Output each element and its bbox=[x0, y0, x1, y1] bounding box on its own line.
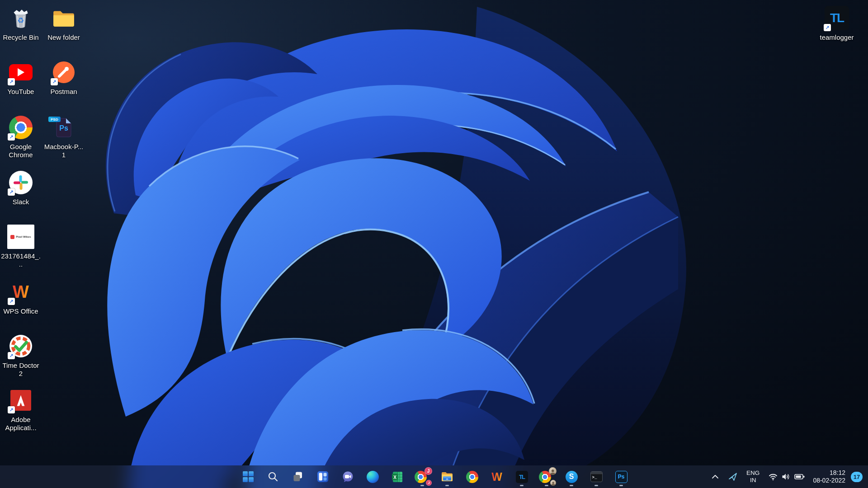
shortcut-arrow-icon: ↗ bbox=[8, 133, 15, 141]
chevron-up-icon bbox=[710, 472, 720, 482]
pixel-wibes-logo bbox=[10, 235, 14, 239]
chrome-profile-photo-button[interactable] bbox=[536, 466, 557, 487]
teamlogger-icon: TL ↗ bbox=[823, 5, 850, 32]
shortcut-arrow-icon: ↗ bbox=[824, 24, 831, 31]
wps-office-button[interactable]: W bbox=[486, 466, 507, 487]
language-indicator[interactable]: ENG IN bbox=[744, 469, 762, 483]
shortcut-arrow-icon: ↗ bbox=[8, 78, 15, 85]
teamlogger-button[interactable]: TL bbox=[511, 466, 532, 487]
slack-icon: ↗ bbox=[7, 169, 34, 196]
task-view-button[interactable] bbox=[288, 466, 308, 487]
language-line1: ENG bbox=[746, 469, 760, 477]
chrome-button[interactable] bbox=[462, 466, 482, 487]
start-button[interactable] bbox=[238, 466, 259, 487]
chrome-profile-j-button[interactable]: J J bbox=[412, 466, 433, 487]
desktop-icon-label: Adobe Applicati... bbox=[1, 416, 41, 432]
profile-avatar-small bbox=[550, 480, 556, 486]
windows-logo-icon bbox=[242, 471, 254, 483]
desktop-icon-new-folder[interactable]: ↗ New folder bbox=[44, 5, 84, 42]
photoshop-button[interactable]: Ps bbox=[611, 466, 632, 487]
desktop-icon-adobe[interactable]: ↗ Adobe Applicati... bbox=[1, 387, 41, 432]
system-tray: ENG IN bbox=[708, 465, 868, 488]
file-explorer-button[interactable] bbox=[437, 466, 458, 487]
desktop-icon-label: Macbook-P... 1 bbox=[44, 143, 84, 160]
edge-button[interactable] bbox=[362, 466, 383, 487]
photoshop-file-icon: Ps PSD bbox=[50, 114, 77, 141]
tray-overflow-chevron[interactable] bbox=[708, 471, 722, 483]
terminal-icon: >_ bbox=[590, 471, 603, 482]
skype-button[interactable]: S bbox=[561, 466, 582, 487]
desktop-icon-label: WPS Office bbox=[3, 307, 38, 315]
taskbar-center-icons: X J J bbox=[238, 465, 632, 488]
chat-button[interactable] bbox=[337, 466, 358, 487]
desktop-icon-teamlogger[interactable]: TL ↗ teamlogger bbox=[817, 5, 857, 42]
wps-icon: W bbox=[491, 471, 502, 483]
ps-glyph: Ps bbox=[59, 124, 68, 132]
notification-count-badge[interactable]: 17 bbox=[851, 472, 863, 482]
folder-icon: ↗ bbox=[50, 5, 77, 32]
task-view-icon bbox=[292, 471, 304, 483]
desktop-icon-youtube[interactable]: ↗ YouTube bbox=[1, 59, 41, 96]
desktop-icon-wps-office[interactable]: W ↗ WPS Office bbox=[1, 278, 41, 315]
svg-text:♻: ♻ bbox=[18, 16, 24, 25]
photoshop-icon: Ps bbox=[615, 471, 627, 483]
file-explorer-icon bbox=[441, 471, 453, 483]
tray-date: 08-02-2022 bbox=[813, 477, 845, 485]
desktop-icon-recycle-bin[interactable]: ♻ ↗ Recycle Bin bbox=[1, 5, 41, 42]
postman-icon: ↗ bbox=[50, 59, 77, 86]
paper-plane-icon bbox=[727, 471, 738, 482]
wps-office-icon: W ↗ bbox=[7, 278, 34, 305]
desktop-icon-label: Postman bbox=[50, 88, 77, 96]
tray-app-button[interactable] bbox=[726, 470, 740, 483]
desktop-icon-postman[interactable]: ↗ Postman bbox=[44, 59, 84, 96]
youtube-icon: ↗ bbox=[7, 59, 34, 86]
search-button[interactable] bbox=[263, 466, 283, 487]
widgets-button[interactable] bbox=[312, 466, 333, 487]
volume-icon bbox=[781, 471, 792, 482]
desktop-icon-label: Recycle Bin bbox=[3, 33, 38, 42]
desktop-icon-macbook-psd[interactable]: Ps PSD Macbook-P... 1 bbox=[44, 114, 84, 160]
desktop-icon-slack[interactable]: ↗ Slack bbox=[1, 169, 41, 206]
time-doctor-icon: ↗ bbox=[7, 333, 34, 360]
desktop-icon-label: Google Chrome bbox=[1, 143, 41, 160]
profile-badge-j: J bbox=[425, 467, 432, 475]
wifi-icon bbox=[768, 471, 778, 482]
desktop-icon-label: 231761484_... bbox=[1, 252, 41, 269]
excel-icon: X bbox=[392, 471, 404, 483]
chrome-icon bbox=[466, 471, 478, 483]
terminal-button[interactable]: >_ bbox=[586, 466, 607, 487]
desktop-icon-image-file[interactable]: Pixel Wibes ↗ 231761484_... bbox=[1, 223, 41, 269]
skype-icon: S bbox=[566, 471, 578, 483]
shortcut-arrow-icon: ↗ bbox=[8, 188, 15, 196]
chat-icon bbox=[342, 471, 354, 483]
chrome-icon: ↗ bbox=[7, 114, 34, 141]
svg-text:X: X bbox=[393, 475, 396, 480]
shortcut-arrow-icon: ↗ bbox=[8, 406, 15, 413]
battery-icon bbox=[794, 471, 806, 482]
shortcut-arrow-icon: ↗ bbox=[51, 78, 58, 85]
taskbar: X J J bbox=[0, 465, 868, 488]
clock[interactable]: 18:12 08-02-2022 bbox=[811, 469, 847, 485]
teamlogger-icon: TL bbox=[516, 471, 528, 483]
desktop-icon-google-chrome[interactable]: ↗ Google Chrome bbox=[1, 114, 41, 160]
shortcut-arrow-icon: ↗ bbox=[8, 352, 15, 359]
desktop-icon-label: teamlogger bbox=[820, 33, 854, 42]
windows-desktop: ♻ ↗ Recycle Bin ↗ New folder ↗ YouTube bbox=[0, 0, 868, 488]
shortcut-arrow-icon: ↗ bbox=[8, 298, 15, 305]
psd-badge: PSD bbox=[48, 117, 61, 122]
image-thumbnail: Pixel Wibes ↗ bbox=[7, 223, 34, 250]
desktop-icon-label: Time Doctor 2 bbox=[1, 361, 41, 378]
profile-avatar bbox=[549, 467, 557, 475]
adobe-icon: ↗ bbox=[7, 387, 34, 414]
desktop-icon-time-doctor[interactable]: ↗ Time Doctor 2 bbox=[1, 333, 41, 378]
thumbnail-text: Pixel Wibes bbox=[16, 235, 31, 238]
desktop-icon-label: YouTube bbox=[8, 88, 34, 96]
tray-time: 18:12 bbox=[830, 469, 845, 477]
desktop-icon-label: Slack bbox=[13, 198, 29, 206]
widgets-icon bbox=[317, 471, 329, 483]
excel-button[interactable]: X bbox=[387, 466, 408, 487]
edge-icon bbox=[367, 471, 379, 483]
language-line2: IN bbox=[750, 477, 756, 484]
profile-badge-j-small: J bbox=[426, 480, 432, 486]
quick-settings-button[interactable] bbox=[766, 471, 807, 482]
